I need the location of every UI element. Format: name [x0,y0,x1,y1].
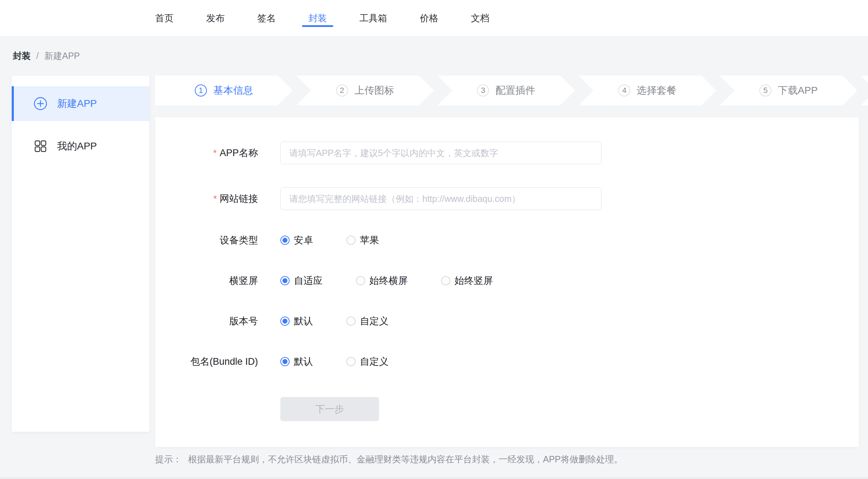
step-label: 下载APP [778,84,818,97]
nav-item-sign[interactable]: 签名 [257,0,276,37]
radio-selected-icon [280,276,290,285]
form-actions: 下一步 [155,397,859,421]
radio-auto-orientation[interactable]: 自适应 [280,274,323,287]
version-label: 版本号 [155,315,258,327]
radio-always-portrait[interactable]: 始终竖屏 [441,274,493,287]
site-url-label: *网站链接 [155,192,258,205]
app-name-input[interactable] [280,142,601,164]
tip-text: 根据最新平台规则，不允许区块链虚拟币、金融理财类等违规内容在平台封装，一经发现，… [188,453,623,465]
device-type-radio-group: 安卓 苹果 [280,234,379,247]
steps-tail-decoration [861,76,868,105]
sidebar-item-new-app[interactable]: 新建APP [12,86,149,121]
step-label: 基本信息 [213,84,253,97]
nav-item-publish[interactable]: 发布 [206,0,225,37]
radio-unselected-icon [346,236,356,245]
nav-item-pricing[interactable]: 价格 [420,0,438,37]
form-row-version: 版本号 默认 自定义 [155,314,859,328]
step-4-choose-plan: 4 选择套餐 [578,76,716,105]
radio-bundle-default[interactable]: 默认 [280,355,313,368]
required-mark: * [213,148,217,158]
bundle-id-radio-group: 默认 自定义 [280,355,389,368]
sidebar: 新建APP 我的APP [12,76,149,432]
step-number-badge: 3 [477,84,489,97]
radio-version-custom[interactable]: 自定义 [346,315,389,327]
sidebar-item-label: 新建APP [57,97,97,110]
required-mark: * [213,193,217,204]
nav-item-package[interactable]: 封装 [308,0,327,37]
sidebar-item-my-app[interactable]: 我的APP [12,129,149,164]
main-nav: 首页 发布 签名 封装 工具箱 价格 文档 [155,0,489,37]
grid-icon [34,139,47,153]
radio-bundle-custom[interactable]: 自定义 [346,355,389,368]
site-url-input[interactable] [280,187,601,210]
form-row-bundle-id: 包名(Bundle ID) 默认 自定义 [155,354,859,369]
breadcrumb-separator: / [36,51,39,61]
step-3-configure-plugins: 3 配置插件 [438,76,575,105]
step-number-badge: 4 [618,84,630,97]
step-number-badge: 2 [336,84,348,97]
step-label: 配置插件 [495,84,535,97]
step-2-upload-icon: 2 上传图标 [296,76,434,105]
form-row-orientation: 横竖屏 自适应 始终横屏 始终竖屏 [155,274,859,288]
orientation-radio-group: 自适应 始终横屏 始终竖屏 [280,274,493,287]
step-1-basic-info: 1 基本信息 [155,76,293,105]
bundle-id-label: 包名(Bundle ID) [155,355,258,368]
plus-circle-icon [34,97,47,110]
top-header: 首页 发布 签名 封装 工具箱 价格 文档 [0,0,868,37]
radio-selected-icon [280,236,290,245]
tip-prefix: 提示： [155,453,182,465]
step-label: 上传图标 [355,84,394,97]
form-row-app-name: *APP名称 [155,142,859,164]
form-row-device-type: 设备类型 安卓 苹果 [155,233,859,247]
breadcrumb-current-page: 新建APP [44,50,80,62]
form-row-site-url: *网站链接 [155,187,859,210]
next-step-button[interactable]: 下一步 [280,397,379,421]
nav-item-toolbox[interactable]: 工具箱 [359,0,387,37]
device-type-label: 设备类型 [155,234,258,247]
nav-item-docs[interactable]: 文档 [471,0,489,37]
radio-android[interactable]: 安卓 [280,234,313,247]
breadcrumb-section[interactable]: 封装 [13,50,31,62]
platform-rules-tip: 提示： 根据最新平台规则，不允许区块链虚拟币、金融理财类等违规内容在平台封装，一… [155,453,623,465]
sidebar-item-label: 我的APP [57,139,97,153]
step-number-badge: 1 [195,84,207,97]
radio-version-default[interactable]: 默认 [280,315,313,327]
radio-unselected-icon [346,316,356,326]
step-number-badge: 5 [759,84,771,97]
app-name-label: *APP名称 [155,147,258,159]
step-label: 选择套餐 [637,84,676,97]
nav-item-home[interactable]: 首页 [155,0,174,37]
version-radio-group: 默认 自定义 [280,315,389,327]
step-5-download-app: 5 下载APP [720,76,857,105]
radio-ios[interactable]: 苹果 [346,234,379,247]
radio-unselected-icon [346,357,356,366]
radio-unselected-icon [356,276,365,285]
orientation-label: 横竖屏 [155,274,258,287]
radio-always-landscape[interactable]: 始终横屏 [356,274,408,287]
radio-unselected-icon [441,276,450,285]
radio-selected-icon [280,357,290,366]
breadcrumb: 封装 / 新建APP [13,45,80,66]
steps-bar: 1 基本信息 2 上传图标 3 配置插件 4 选择套餐 5 下载APP [155,76,868,105]
form-card: *APP名称 *网站链接 设备类型 安卓 苹果 横竖屏 [155,117,859,447]
radio-selected-icon [280,316,290,326]
bottom-edge-divider [0,477,868,479]
